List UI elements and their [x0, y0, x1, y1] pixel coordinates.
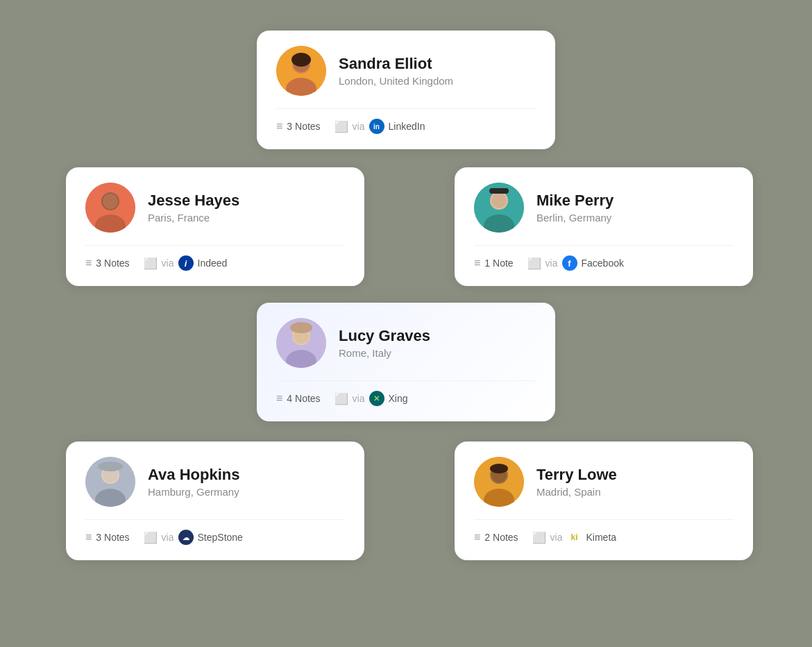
terry-info: Terry Lowe Madrid, Spain — [536, 466, 617, 498]
card-jesse[interactable]: Jesse Hayes Paris, France ≡ 3 Notes ⬜ vi… — [66, 167, 364, 286]
jesse-source: ⬜ via i Indeed — [144, 255, 228, 271]
avatar-jesse — [85, 183, 135, 233]
xing-icon: ✕ — [369, 391, 384, 406]
indeed-icon: i — [178, 255, 194, 271]
mike-info: Mike Perry Berlin, Germany — [536, 192, 614, 224]
ava-notes: ≡ 3 Notes — [85, 531, 130, 544]
clipboard-icon: ⬜ — [144, 257, 158, 270]
avatar-terry — [474, 457, 524, 507]
mike-name: Mike Perry — [536, 192, 614, 210]
notes-icon: ≡ — [276, 120, 282, 133]
svg-rect-13 — [489, 188, 509, 194]
terry-notes: ≡ 2 Notes — [474, 531, 518, 544]
linkedin-icon: in — [369, 119, 384, 134]
mike-notes: ≡ 1 Note — [474, 257, 514, 269]
lucy-location: Rome, Italy — [339, 347, 430, 359]
stepstone-icon: ☁ — [178, 530, 194, 545]
svg-point-8 — [103, 194, 118, 209]
notes-icon: ≡ — [474, 257, 480, 269]
avatar-sandra — [276, 46, 326, 96]
facebook-icon: f — [562, 255, 577, 271]
card-terry[interactable]: Terry Lowe Madrid, Spain ≡ 2 Notes ⬜ via… — [455, 442, 753, 560]
notes-icon: ≡ — [85, 531, 92, 544]
mike-meta: ≡ 1 Note ⬜ via f Facebook — [474, 245, 734, 271]
jesse-notes: ≡ 3 Notes — [85, 257, 130, 269]
sandra-notes: ≡ 3 Notes — [276, 120, 321, 133]
canvas: Sandra Elliot London, United Kingdom ≡ 3… — [24, 18, 788, 629]
terry-meta: ≡ 2 Notes ⬜ via ki Kimeta — [474, 519, 734, 545]
ava-location: Hamburg, Germany — [148, 486, 239, 498]
ava-meta: ≡ 3 Notes ⬜ via ☁ StepStone — [85, 519, 345, 545]
svg-point-12 — [491, 193, 507, 208]
terry-source: ⬜ via ki Kimeta — [532, 530, 616, 545]
svg-point-4 — [291, 53, 311, 67]
lucy-name: Lucy Graves — [339, 327, 430, 345]
clipboard-icon: ⬜ — [144, 531, 158, 544]
notes-icon: ≡ — [85, 257, 92, 269]
jesse-location: Paris, France — [148, 212, 239, 224]
card-ava[interactable]: Ava Hopkins Hamburg, Germany ≡ 3 Notes ⬜… — [66, 442, 364, 560]
ava-source: ⬜ via ☁ StepStone — [144, 530, 243, 545]
card-mike[interactable]: Mike Perry Berlin, Germany ≡ 1 Note ⬜ vi… — [455, 167, 753, 286]
terry-location: Madrid, Spain — [536, 486, 617, 498]
avatar-ava — [85, 457, 135, 507]
jesse-meta: ≡ 3 Notes ⬜ via i Indeed — [85, 245, 345, 271]
mike-source: ⬜ via f Facebook — [527, 255, 624, 271]
avatar-mike — [474, 183, 524, 233]
card-lucy[interactable]: Lucy Graves Rome, Italy ≡ 4 Notes ⬜ via … — [257, 303, 555, 421]
sandra-meta: ≡ 3 Notes ⬜ via in LinkedIn — [276, 108, 536, 134]
lucy-notes: ≡ 4 Notes — [276, 392, 321, 405]
notes-icon: ≡ — [474, 531, 480, 544]
sandra-source: ⬜ via in LinkedIn — [335, 119, 425, 134]
terry-name: Terry Lowe — [536, 466, 617, 484]
avatar-lucy — [276, 318, 326, 368]
svg-point-28 — [490, 464, 508, 473]
jesse-info: Jesse Hayes Paris, France — [148, 192, 239, 224]
clipboard-icon: ⬜ — [335, 120, 348, 133]
svg-point-23 — [98, 462, 123, 471]
svg-point-18 — [290, 322, 312, 333]
mike-location: Berlin, Germany — [536, 212, 614, 224]
clipboard-icon: ⬜ — [532, 531, 546, 544]
jesse-name: Jesse Hayes — [148, 192, 239, 210]
clipboard-icon: ⬜ — [527, 257, 541, 270]
ava-name: Ava Hopkins — [148, 466, 239, 484]
kimeta-icon: ki — [567, 530, 582, 545]
clipboard-icon: ⬜ — [335, 392, 348, 405]
lucy-source: ⬜ via ✕ Xing — [335, 391, 408, 406]
ava-info: Ava Hopkins Hamburg, Germany — [148, 466, 239, 498]
notes-icon: ≡ — [276, 392, 282, 405]
sandra-location: London, United Kingdom — [339, 75, 453, 87]
lucy-info: Lucy Graves Rome, Italy — [339, 327, 430, 359]
lucy-meta: ≡ 4 Notes ⬜ via ✕ Xing — [276, 380, 536, 406]
card-sandra[interactable]: Sandra Elliot London, United Kingdom ≡ 3… — [257, 31, 555, 149]
sandra-info: Sandra Elliot London, United Kingdom — [339, 55, 453, 87]
sandra-name: Sandra Elliot — [339, 55, 453, 73]
